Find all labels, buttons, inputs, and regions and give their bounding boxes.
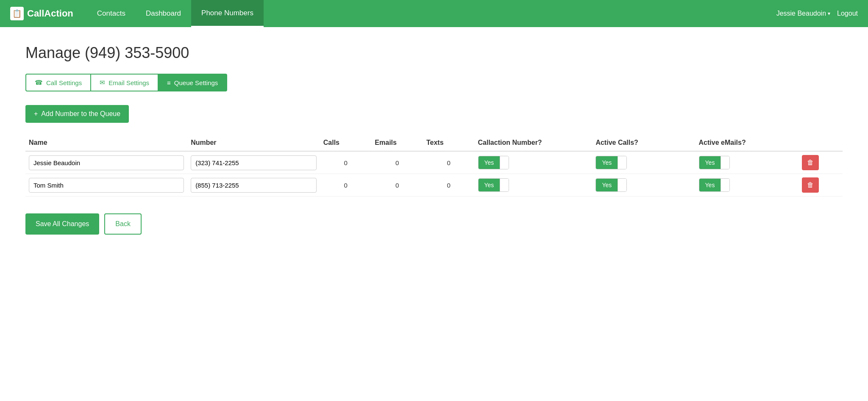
caret-icon: ▾ (828, 11, 830, 17)
delete-button-1[interactable]: 🗑 (802, 155, 819, 170)
col-callaction: Callaction Number? (475, 135, 593, 151)
callaction-no-1[interactable] (500, 156, 509, 169)
back-button[interactable]: Back (104, 213, 142, 235)
nav-contacts[interactable]: Contacts (87, 0, 136, 27)
activeemails-toggle-1: Yes (699, 156, 730, 169)
calls-val-1: 0 (320, 151, 372, 174)
activeemails-yes-2[interactable]: Yes (699, 179, 721, 191)
activeemails-no-1[interactable] (721, 156, 729, 169)
name-input-2[interactable] (29, 178, 184, 193)
save-button[interactable]: Save All Changes (25, 213, 99, 235)
brand-call: Call (27, 8, 44, 19)
tab-queue-settings[interactable]: ≡ Queue Settings (159, 74, 227, 91)
main-content: Manage (949) 353-5900 ☎ Call Settings ✉ … (0, 27, 868, 252)
emails-val-2: 0 (371, 174, 423, 196)
col-active-emails: Active eMails? (696, 135, 798, 151)
activecalls-toggle-2: Yes (595, 178, 627, 192)
activeemails-no-2[interactable] (721, 179, 729, 191)
nav-username: Jessie Beaudoin (776, 10, 826, 17)
callaction-no-2[interactable] (500, 179, 509, 191)
activeemails-cell-1: Yes (696, 151, 798, 174)
activeemails-toggle-2: Yes (699, 178, 730, 192)
callaction-toggle-1: Yes (478, 156, 509, 169)
queue-icon: ≡ (167, 79, 171, 86)
name-cell (25, 151, 187, 174)
trash-icon-1: 🗑 (807, 159, 814, 166)
calls-val-2: 0 (320, 174, 372, 196)
table-row: 0 0 0 Yes Yes Yes (25, 174, 843, 196)
name-input-1[interactable] (29, 155, 184, 170)
number-input-2[interactable] (191, 178, 317, 193)
number-cell-2 (187, 174, 320, 196)
table-header-row: Name Number Calls Emails Texts Callactio… (25, 135, 843, 151)
activecalls-yes-2[interactable]: Yes (596, 179, 618, 191)
col-delete (798, 135, 843, 151)
tab-call-settings[interactable]: ☎ Call Settings (25, 74, 91, 91)
add-number-button[interactable]: + Add Number to the Queue (25, 105, 129, 123)
phone-icon: ☎ (35, 79, 43, 86)
tab-group: ☎ Call Settings ✉ Email Settings ≡ Queue… (25, 74, 843, 91)
col-number: Number (187, 135, 320, 151)
name-cell-2 (25, 174, 187, 196)
activecalls-toggle-1: Yes (595, 156, 627, 169)
delete-cell-2: 🗑 (798, 174, 843, 196)
number-cell (187, 151, 320, 174)
add-button-label: Add Number to the Queue (41, 110, 120, 118)
col-calls: Calls (320, 135, 372, 151)
activecalls-no-1[interactable] (618, 156, 626, 169)
texts-val-1: 0 (423, 151, 475, 174)
activecalls-no-2[interactable] (618, 179, 626, 191)
navbar: 📋 CallAction Contacts Dashboard Phone Nu… (0, 0, 868, 27)
callaction-cell-1: Yes (475, 151, 593, 174)
page-title: Manage (949) 353-5900 (25, 44, 843, 62)
col-texts: Texts (423, 135, 475, 151)
nav-user[interactable]: Jessie Beaudoin ▾ (776, 10, 830, 17)
callaction-yes-2[interactable]: Yes (479, 179, 500, 191)
activecalls-cell-1: Yes (592, 151, 695, 174)
tab-queue-label: Queue Settings (174, 79, 218, 86)
table-row: 0 0 0 Yes Yes Yes (25, 151, 843, 174)
brand-logo[interactable]: 📋 CallAction (10, 7, 73, 20)
delete-button-2[interactable]: 🗑 (802, 177, 819, 193)
nav-right: Jessie Beaudoin ▾ Logout (776, 10, 858, 17)
bottom-actions: Save All Changes Back (25, 213, 843, 235)
emails-val-1: 0 (371, 151, 423, 174)
callaction-yes-1[interactable]: Yes (479, 156, 500, 169)
trash-icon-2: 🗑 (807, 181, 814, 189)
email-icon: ✉ (100, 79, 105, 86)
delete-cell-1: 🗑 (798, 151, 843, 174)
callaction-toggle-2: Yes (478, 178, 509, 192)
col-emails: Emails (371, 135, 423, 151)
activeemails-yes-1[interactable]: Yes (699, 156, 721, 169)
col-active-calls: Active Calls? (592, 135, 695, 151)
number-input-1[interactable] (191, 155, 317, 170)
texts-val-2: 0 (423, 174, 475, 196)
brand-action: Action (44, 8, 73, 19)
tab-email-settings[interactable]: ✉ Email Settings (91, 74, 159, 91)
tab-call-label: Call Settings (46, 79, 82, 86)
brand-icon: 📋 (10, 7, 24, 20)
activecalls-yes-1[interactable]: Yes (596, 156, 618, 169)
logout-button[interactable]: Logout (837, 10, 858, 17)
plus-icon: + (34, 110, 38, 118)
nav-phone-numbers[interactable]: Phone Numbers (191, 0, 264, 27)
nav-dashboard[interactable]: Dashboard (136, 0, 191, 27)
col-name: Name (25, 135, 187, 151)
tab-email-label: Email Settings (108, 79, 149, 86)
activeemails-cell-2: Yes (696, 174, 798, 196)
queue-table: Name Number Calls Emails Texts Callactio… (25, 135, 843, 196)
callaction-cell-2: Yes (475, 174, 593, 196)
nav-links: Contacts Dashboard Phone Numbers (87, 0, 776, 27)
activecalls-cell-2: Yes (592, 174, 695, 196)
